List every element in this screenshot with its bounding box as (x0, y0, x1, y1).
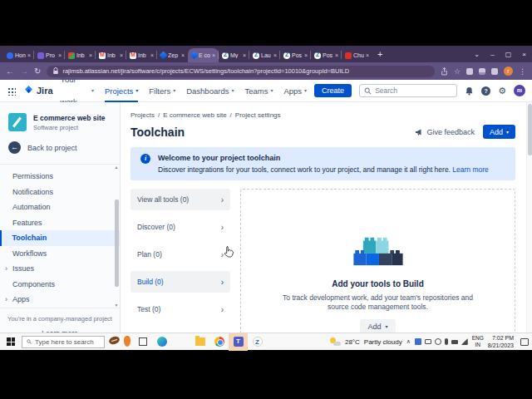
share-icon[interactable] (441, 67, 448, 76)
tab-search-chevron-icon[interactable]: ⌄ (469, 51, 485, 58)
action-center-icon[interactable] (520, 338, 529, 346)
tool-category-test-0[interactable]: Test (0)› (131, 298, 230, 320)
sidebar-scrollbar[interactable]: ▲ ▼ (114, 165, 119, 308)
url-bar[interactable]: rajimsb.atlassian.net/jira/software/c/pr… (47, 66, 435, 77)
breadcrumb-e-commerce-web-site[interactable]: E commerce web site (163, 111, 226, 119)
tab-close-icon[interactable]: × (181, 52, 185, 58)
browser-tab-my-7[interactable]: My× (219, 48, 249, 62)
tool-category-build-0[interactable]: Build (0)› (131, 271, 230, 293)
tool-category-plan-0[interactable]: Plan (0)› (131, 244, 230, 265)
tray-sync-icon[interactable] (435, 338, 441, 345)
taskbar-app-explorer[interactable] (190, 333, 209, 351)
app-switcher-icon[interactable] (7, 86, 16, 96)
nav-item-your-work[interactable]: Your work▾ (61, 80, 94, 102)
tab-close-icon[interactable]: × (335, 52, 338, 58)
weather-icon[interactable] (330, 337, 341, 346)
nav-item-dashboards[interactable]: Dashboards▾ (186, 80, 234, 102)
browser-tab-inb-4[interactable]: Inb× (126, 48, 157, 62)
taskbar-clock[interactable]: 7:02 PM 8/21/2023 (488, 334, 514, 350)
sidebar-item-apps[interactable]: ›Apps (0, 292, 120, 308)
scroll-up-icon[interactable]: ▲ (114, 165, 119, 170)
tray-kbd-icon[interactable] (451, 340, 458, 344)
browser-tab-zep-5[interactable]: Zep× (157, 48, 188, 62)
notifications-bell-icon[interactable] (465, 86, 474, 96)
sidebar-item-workflows[interactable]: Workflows (0, 246, 120, 262)
nav-item-teams[interactable]: Teams▾ (244, 80, 273, 102)
create-button[interactable]: Create (314, 84, 352, 97)
settings-gear-icon[interactable]: ⚙ (498, 86, 506, 96)
extension-person-icon[interactable] (466, 68, 473, 75)
tray-app-icon[interactable] (415, 338, 421, 345)
give-feedback-button[interactable]: Give feedback (415, 128, 475, 136)
jira-search-input[interactable] (375, 86, 450, 95)
add-button[interactable]: Add ▾ (483, 125, 515, 139)
jira-logo[interactable]: Jira (23, 86, 53, 96)
sidebar-item-notifications[interactable]: Notifications (0, 185, 120, 200)
nav-item-apps[interactable]: Apps▾ (283, 80, 307, 102)
browser-tab-chu-11[interactable]: Chu× (342, 48, 372, 62)
minimize-icon[interactable]: – (485, 51, 500, 58)
browser-tab-hon-0[interactable]: Hon× (3, 48, 34, 62)
show-hidden-icons-chevron[interactable]: ∧ (406, 338, 411, 345)
weather-temperature[interactable]: 28°C (345, 338, 360, 346)
tray-display-icon[interactable] (425, 339, 431, 345)
scroll-down-icon[interactable]: ▼ (114, 303, 119, 308)
browser-tab-pro-1[interactable]: Pro× (34, 48, 65, 62)
extension-list-icon[interactable] (479, 68, 485, 75)
page-scrollbar-thumb[interactable] (528, 104, 532, 155)
sidebar-item-permissions[interactable]: Permissions (0, 169, 120, 185)
new-tab-button[interactable]: + (377, 49, 382, 59)
weather-condition[interactable]: Partly cloudy (364, 338, 402, 346)
browser-tab-pos-9[interactable]: Pos× (280, 48, 311, 62)
taskbar-app-teams[interactable]: T (229, 333, 248, 351)
tab-close-icon[interactable]: × (27, 52, 31, 58)
taskbar-app-chrome[interactable] (209, 333, 229, 351)
breadcrumb-project-settings[interactable]: Project settings (235, 111, 281, 119)
taskbar-app-task-view[interactable] (133, 333, 152, 351)
taskbar-app-zoho[interactable]: Z (248, 333, 267, 351)
maximize-icon[interactable]: ▢ (500, 51, 516, 58)
help-icon[interactable]: ? (481, 86, 490, 96)
browser-tab-pos-10[interactable]: Pos× (311, 48, 342, 62)
banner-learn-more-link[interactable]: Learn more (452, 165, 488, 174)
tab-close-icon[interactable]: × (366, 52, 369, 58)
sidebar-item-components[interactable]: Components (0, 277, 120, 293)
tab-close-icon[interactable]: × (120, 52, 123, 58)
tool-category-discover-0[interactable]: Discover (0)› (131, 216, 230, 238)
back-icon[interactable]: ← (6, 66, 14, 76)
nav-item-filters[interactable]: Filters▾ (149, 80, 175, 102)
tab-close-icon[interactable]: × (58, 52, 62, 58)
extension-panel-icon[interactable] (491, 68, 498, 75)
scrollbar-thumb[interactable] (115, 200, 119, 287)
browser-tab-e-co-6[interactable]: E co× (188, 48, 219, 62)
sidebar-item-issues[interactable]: ›Issues (0, 261, 120, 277)
news-interests-graphic[interactable] (108, 334, 133, 349)
tray-mic-icon[interactable] (445, 338, 448, 345)
sidebar-item-toolchain[interactable]: Toolchain (0, 230, 120, 246)
start-button[interactable] (0, 337, 22, 346)
tab-close-icon[interactable]: × (243, 52, 246, 58)
browser-tab-inb-2[interactable]: Inb× (65, 48, 96, 62)
taskbar-app-edge[interactable] (152, 333, 171, 351)
sidebar-item-automation[interactable]: Automation (0, 200, 120, 215)
tab-close-icon[interactable]: × (150, 52, 154, 58)
tool-category-view-all-tools-0[interactable]: View all tools (0)› (131, 189, 230, 210)
jira-search-box[interactable] (359, 84, 457, 97)
tray-net-icon[interactable] (461, 338, 468, 345)
tab-close-icon[interactable]: × (304, 52, 308, 58)
back-to-project[interactable]: ← Back to project (0, 141, 120, 154)
language-indicator[interactable]: ENG IN (472, 335, 484, 349)
tab-close-icon[interactable]: × (212, 52, 215, 58)
user-avatar[interactable]: RI (514, 85, 525, 96)
breadcrumb-projects[interactable]: Projects (131, 111, 155, 119)
browser-profile-avatar[interactable]: r (504, 66, 513, 76)
bookmark-star-icon[interactable]: ☆ (454, 67, 461, 76)
close-icon[interactable]: × (516, 51, 532, 58)
nav-item-projects[interactable]: Projects▾ (105, 80, 138, 102)
reload-icon[interactable]: ↻ (34, 66, 41, 76)
tab-close-icon[interactable]: × (89, 52, 92, 58)
taskbar-search-input[interactable] (35, 338, 100, 346)
browser-tab-lau-8[interactable]: Lau× (249, 48, 280, 62)
page-scrollbar[interactable] (526, 102, 532, 332)
forward-icon[interactable]: → (20, 66, 28, 76)
